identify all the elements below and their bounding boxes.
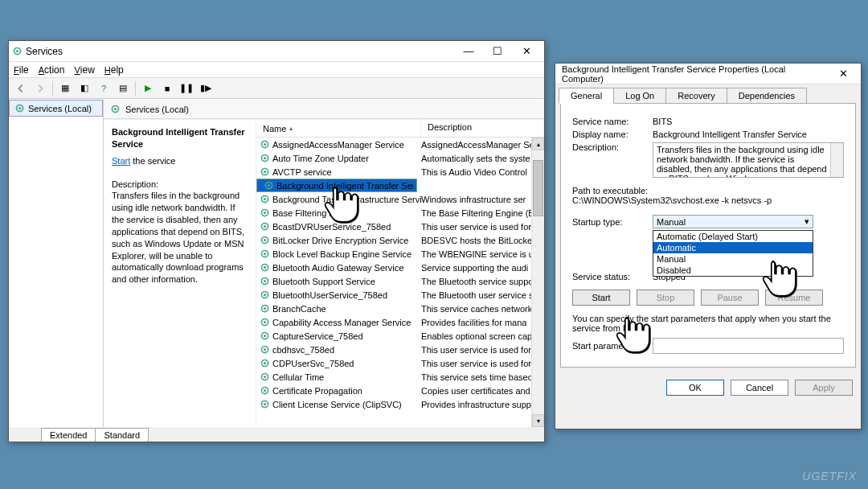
- col-description[interactable]: Description: [421, 120, 544, 137]
- table-row[interactable]: Block Level Backup Engine ServiceThe WBE…: [256, 247, 544, 261]
- table-row[interactable]: Auto Time Zone UpdaterAutomatically sets…: [256, 151, 544, 165]
- start-service-link[interactable]: Start: [112, 156, 130, 166]
- table-row[interactable]: Bluetooth Audio Gateway ServiceService s…: [256, 261, 544, 274]
- scroll-thumb[interactable]: [533, 160, 543, 216]
- detail-heading: Background Intelligent Transfer Service: [112, 126, 248, 150]
- menu-file[interactable]: File: [14, 64, 29, 76]
- service-name: BluetoothUserService_758ed: [272, 290, 387, 300]
- toolbar: ▦ ◧ ? ▤ ▶ ■ ❚❚ ▮▶: [9, 78, 544, 99]
- refresh-icon[interactable]: ▤: [114, 80, 132, 97]
- menu-help[interactable]: Help: [104, 64, 124, 76]
- menu-view[interactable]: View: [74, 64, 94, 76]
- startup-option[interactable]: Automatic (Delayed Start): [653, 231, 813, 242]
- tab-standard[interactable]: Standard: [95, 428, 149, 442]
- table-row[interactable]: CDPUserSvc_758edThis user service is use…: [256, 356, 544, 370]
- gear-icon: [260, 262, 270, 273]
- scroll-down-icon[interactable]: ▾: [532, 414, 544, 427]
- services-window: Services — ☐ ✕ File Action View Help ▦ ◧…: [8, 40, 545, 442]
- startup-option[interactable]: Disabled: [653, 265, 813, 276]
- close-button[interactable]: ✕: [829, 64, 858, 84]
- table-row[interactable]: BitLocker Drive Encryption ServiceBDESVC…: [256, 233, 544, 247]
- gear-icon: [260, 276, 270, 286]
- table-row[interactable]: AssignedAccessManager ServiceAssignedAcc…: [256, 138, 544, 151]
- gear-icon: [14, 103, 25, 113]
- cancel-button[interactable]: Cancel: [731, 380, 788, 396]
- startup-option[interactable]: Automatic: [653, 242, 813, 253]
- service-desc: This service caches network: [421, 304, 544, 314]
- gear-icon: [260, 303, 270, 314]
- minimize-button[interactable]: —: [454, 42, 483, 61]
- play-icon[interactable]: ▶: [139, 80, 157, 97]
- service-name: Capability Access Manager Service: [272, 318, 411, 327]
- table-row[interactable]: Certificate PropagationCopies user certi…: [256, 384, 544, 397]
- table-row[interactable]: Bluetooth Support ServiceThe Bluetooth s…: [256, 274, 544, 288]
- gear-icon: [260, 235, 270, 245]
- table-row[interactable]: CaptureService_758edEnables optional scr…: [256, 329, 544, 343]
- dialog-tabs: General Log On Recovery Dependencies: [555, 84, 861, 104]
- startup-value: Manual: [657, 217, 686, 227]
- vertical-scrollbar[interactable]: ▴ ▾: [531, 138, 544, 427]
- apply-button[interactable]: Apply: [795, 380, 853, 396]
- table-row[interactable]: Base Filtering EngineThe Base Filtering …: [256, 206, 544, 220]
- table-row[interactable]: BcastDVRUserService_758edThis user servi…: [256, 220, 544, 233]
- table-row[interactable]: BluetoothUserService_758edThe Bluetooth …: [256, 288, 544, 302]
- gear-icon: [260, 331, 270, 341]
- start-button[interactable]: Start: [572, 290, 630, 306]
- table-row[interactable]: Client License Service (ClipSVC)Provides…: [256, 397, 544, 411]
- close-button[interactable]: ✕: [512, 42, 541, 61]
- startup-option[interactable]: Manual: [653, 253, 813, 265]
- forward-button[interactable]: [31, 80, 49, 97]
- gear-icon: [260, 399, 270, 409]
- startup-options: Automatic (Delayed Start)AutomaticManual…: [653, 230, 813, 277]
- properties-icon[interactable]: ▦: [56, 80, 74, 97]
- gear-icon: [264, 180, 274, 191]
- pause-icon[interactable]: ❚❚: [178, 80, 195, 97]
- table-row[interactable]: Cellular TimeThis service sets time base…: [256, 370, 544, 384]
- gear-icon: [260, 166, 270, 177]
- service-name: Background Tasks Infrastructure Service: [272, 195, 421, 204]
- col-name[interactable]: Name▴: [256, 120, 421, 137]
- service-name: Certificate Propagation: [272, 386, 362, 396]
- tree-item-label: Services (Local): [28, 104, 92, 113]
- back-button[interactable]: [12, 80, 30, 97]
- table-row[interactable]: BranchCacheThis service caches network: [256, 302, 544, 315]
- tab-extended[interactable]: Extended: [41, 428, 96, 442]
- svg-point-31: [264, 307, 266, 310]
- tab-general[interactable]: General: [559, 88, 614, 104]
- ok-button[interactable]: OK: [666, 380, 724, 396]
- bottom-tabs: Extended Standard: [9, 427, 544, 442]
- svg-point-27: [264, 280, 266, 282]
- table-row[interactable]: AVCTP serviceThis is Audio Video Control: [256, 165, 544, 179]
- svg-point-33: [264, 321, 266, 323]
- table-row[interactable]: Background Intelligent Transfer ServiceT…: [256, 179, 417, 192]
- tab-recovery[interactable]: Recovery: [665, 88, 727, 104]
- menu-action[interactable]: Action: [39, 64, 65, 76]
- maximize-button[interactable]: ☐: [483, 42, 512, 61]
- table-row[interactable]: cbdhsvc_758edThis user service is used f…: [256, 343, 544, 356]
- svg-point-35: [264, 335, 266, 337]
- resume-button[interactable]: Resume: [765, 290, 823, 306]
- svg-point-43: [264, 389, 266, 392]
- help-icon[interactable]: ?: [95, 80, 113, 97]
- tab-dependencies[interactable]: Dependencies: [727, 88, 807, 104]
- service-desc: This is Audio Video Control: [421, 167, 544, 177]
- disp-name-label: Display name:: [572, 129, 653, 139]
- start-params-input[interactable]: [653, 338, 844, 354]
- stop-icon[interactable]: ■: [158, 80, 176, 97]
- startup-type-dropdown[interactable]: Manual ▾ Automatic (Delayed Start)Automa…: [653, 215, 813, 228]
- restart-icon[interactable]: ▮▶: [197, 80, 215, 97]
- desc-textbox[interactable]: Transfers files in the background using …: [653, 142, 844, 178]
- status-label: Service status:: [572, 272, 653, 281]
- desc-scrollbar[interactable]: [830, 143, 843, 177]
- pause-button[interactable]: Pause: [701, 290, 759, 306]
- table-row[interactable]: Background Tasks Infrastructure ServiceW…: [256, 192, 544, 206]
- desc-value: Transfers files in the background using …: [657, 145, 827, 178]
- export-icon[interactable]: ◧: [76, 80, 93, 97]
- tab-logon[interactable]: Log On: [613, 88, 666, 104]
- table-row[interactable]: Capability Access Manager ServiceProvide…: [256, 315, 544, 329]
- gear-icon: [260, 208, 270, 218]
- stop-button[interactable]: Stop: [637, 290, 694, 306]
- gear-icon: [260, 317, 270, 327]
- scroll-up-icon[interactable]: ▴: [532, 138, 544, 150]
- tree-item-services-local[interactable]: Services (Local): [9, 100, 103, 117]
